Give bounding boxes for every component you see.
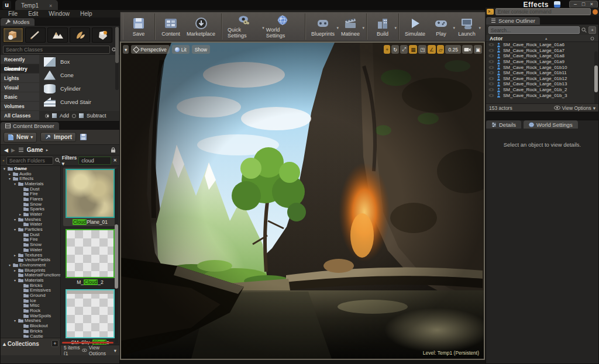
search-classes-input[interactable] bbox=[3, 46, 110, 54]
asset-thumbnail[interactable] bbox=[66, 169, 115, 218]
clear-search-icon[interactable]: ✕ bbox=[113, 158, 117, 163]
blueprints-button[interactable]: Blueprints ▾ bbox=[308, 13, 338, 40]
actor-row[interactable]: SM_Cave_Rock_Large_01b_2 bbox=[486, 87, 598, 93]
import-button[interactable]: Import bbox=[40, 132, 76, 142]
geometry-item[interactable]: Box bbox=[39, 55, 119, 68]
grid-snap-button[interactable]: ▦ bbox=[409, 45, 417, 54]
geometry-item[interactable]: Cylinder bbox=[39, 82, 119, 95]
folder-tree-item[interactable]: Snow bbox=[1, 242, 60, 247]
rotation-snap-button[interactable]: ∠ bbox=[428, 45, 436, 54]
tree-expander-icon[interactable]: ▸ bbox=[18, 212, 22, 216]
folder-tree-item[interactable]: Dust bbox=[1, 232, 60, 237]
landscape-mode-button[interactable] bbox=[47, 27, 68, 43]
show-button[interactable]: Show bbox=[192, 45, 210, 54]
sources-toggle-icon[interactable] bbox=[3, 158, 5, 164]
save-all-icon[interactable] bbox=[80, 133, 87, 141]
tree-expander-icon[interactable]: ▾ bbox=[13, 182, 17, 186]
close-button[interactable]: × bbox=[588, 1, 595, 8]
modes-tab[interactable]: Modes bbox=[1, 18, 35, 26]
visibility-eye-icon[interactable] bbox=[488, 60, 494, 64]
perspective-button[interactable]: Perspective bbox=[131, 45, 169, 54]
place-mode-button[interactable] bbox=[3, 27, 23, 43]
simulate-button[interactable]: Simulate bbox=[402, 13, 428, 40]
menu-file[interactable]: File bbox=[4, 10, 22, 18]
console-command-input[interactable] bbox=[495, 8, 591, 15]
world-space-button[interactable]: ◳ bbox=[418, 45, 426, 54]
folder-tree-item[interactable]: Snow bbox=[1, 202, 60, 207]
add-collection-button[interactable]: + bbox=[51, 340, 58, 347]
project-tab[interactable]: Temp1 × bbox=[15, 0, 58, 10]
outliner-search-input[interactable] bbox=[488, 26, 580, 34]
folder-tree-item[interactable]: ▾ Game bbox=[1, 166, 60, 171]
path-history-icon[interactable] bbox=[18, 147, 24, 152]
mode-category[interactable]: Recently Placed bbox=[1, 55, 39, 64]
asset-card[interactable]: M_Cloud_2 bbox=[63, 228, 117, 286]
menu-window[interactable]: Window bbox=[44, 10, 74, 18]
tree-expander-icon[interactable]: ▸ bbox=[13, 268, 17, 272]
asset-card[interactable]: CloudPlane_01 bbox=[63, 168, 117, 226]
mode-category[interactable]: Geometry bbox=[1, 64, 39, 74]
maximize-viewport-button[interactable]: ▣ bbox=[474, 45, 482, 54]
horizontal-scrollbar[interactable] bbox=[62, 342, 113, 344]
menu-help[interactable]: Help bbox=[75, 10, 97, 18]
geometry-item[interactable]: Curved Stair bbox=[39, 95, 119, 109]
modes-scrollbar[interactable] bbox=[115, 27, 119, 90]
folder-tree-item[interactable]: ▾ Meshes bbox=[1, 217, 60, 222]
sort-arrow-icon[interactable]: ▲ bbox=[502, 37, 590, 40]
folder-tree-item[interactable]: Blockout bbox=[1, 323, 60, 328]
mode-category[interactable]: Volumes bbox=[1, 102, 39, 111]
outliner-options-button[interactable]: + bbox=[588, 26, 596, 34]
asset-scrollbar[interactable] bbox=[115, 168, 118, 344]
asset-search-input[interactable] bbox=[78, 157, 111, 165]
filters-button[interactable]: Filters ▾ bbox=[62, 155, 77, 167]
folder-tree-item[interactable]: WarSpoils bbox=[1, 313, 60, 318]
outliner-scrollbar[interactable] bbox=[594, 51, 598, 108]
visibility-eye-icon[interactable] bbox=[488, 54, 494, 58]
notification-badge-icon[interactable] bbox=[593, 9, 598, 15]
marketplace-button[interactable]: Marketplace bbox=[184, 13, 218, 40]
folder-tree-item[interactable]: Water bbox=[1, 222, 60, 227]
actor-row[interactable]: SM_Cave_Rock_Large_01b10 bbox=[486, 64, 598, 70]
folder-tree-item[interactable]: ▸ Water bbox=[1, 212, 60, 217]
actor-row[interactable]: SM_Cave_Rock_Large_01a7 bbox=[486, 48, 598, 54]
viewport[interactable]: ▾ Perspective Lit Show + ↻ ⤢ ▦ ◳ ∠ ▱ 0.2… bbox=[120, 41, 485, 360]
folder-tree-item[interactable]: Sparks bbox=[1, 207, 60, 212]
save-button[interactable]: Save bbox=[126, 13, 152, 40]
actor-row[interactable]: SM_Cave_Rock_Large_01a8 bbox=[486, 53, 598, 59]
restore-button[interactable]: □ bbox=[580, 1, 587, 8]
visibility-eye-icon[interactable] bbox=[488, 43, 494, 47]
tree-expander-icon[interactable]: ▾ bbox=[13, 318, 17, 323]
folder-tree-item[interactable]: ▸ Audio bbox=[1, 171, 60, 176]
launch-button[interactable]: Launch ▾ bbox=[454, 13, 480, 40]
folder-tree-item[interactable]: Ice bbox=[1, 298, 60, 303]
rotate-tool-button[interactable]: ↻ bbox=[391, 45, 399, 54]
quick-settings-button[interactable]: Quick Settings ▾ bbox=[225, 13, 263, 40]
folder-tree-item[interactable]: MaterialFunctions bbox=[1, 272, 60, 278]
lit-mode-button[interactable]: Lit bbox=[172, 45, 190, 54]
folder-tree-item[interactable]: ▾ Environment bbox=[1, 262, 60, 268]
tree-expander-icon[interactable]: ▸ bbox=[13, 253, 17, 257]
scale-snap-button[interactable]: 0.25 bbox=[445, 45, 461, 54]
subtract-radio[interactable] bbox=[72, 114, 76, 118]
tree-expander-icon[interactable]: ▾ bbox=[8, 176, 12, 181]
add-radio[interactable] bbox=[45, 114, 49, 118]
tree-expander-icon[interactable]: ▸ bbox=[8, 172, 12, 176]
visibility-eye-icon[interactable] bbox=[488, 71, 494, 75]
breadcrumb[interactable]: Game bbox=[27, 147, 43, 153]
camera-speed-button[interactable] bbox=[462, 45, 473, 54]
actor-row[interactable]: SM_Cave_Rock_Large_01b13 bbox=[486, 81, 598, 87]
folder-tree-item[interactable]: Ground bbox=[1, 293, 60, 298]
tree-expander-icon[interactable]: ▾ bbox=[13, 227, 17, 231]
minimize-button[interactable]: – bbox=[572, 1, 579, 8]
folder-tree-item[interactable]: Misc bbox=[1, 303, 60, 308]
folder-tree-item[interactable]: ▾ Effects bbox=[1, 176, 60, 181]
visibility-eye-icon[interactable] bbox=[488, 82, 494, 86]
folder-tree-item[interactable]: Bricks bbox=[1, 283, 60, 288]
visibility-eye-icon[interactable] bbox=[488, 88, 494, 92]
folder-tree-item[interactable]: Water bbox=[1, 247, 60, 252]
cb-view-options-button[interactable]: View Options ▾ bbox=[82, 345, 116, 356]
actor-row[interactable]: SM_Cave_Rock_Large_01b11 bbox=[486, 70, 598, 76]
asset-card[interactable]: SM_Sky_Clouds bbox=[63, 288, 117, 346]
build-button[interactable]: Build ▾ bbox=[370, 13, 395, 40]
tree-expander-icon[interactable]: ▾ bbox=[8, 263, 12, 267]
